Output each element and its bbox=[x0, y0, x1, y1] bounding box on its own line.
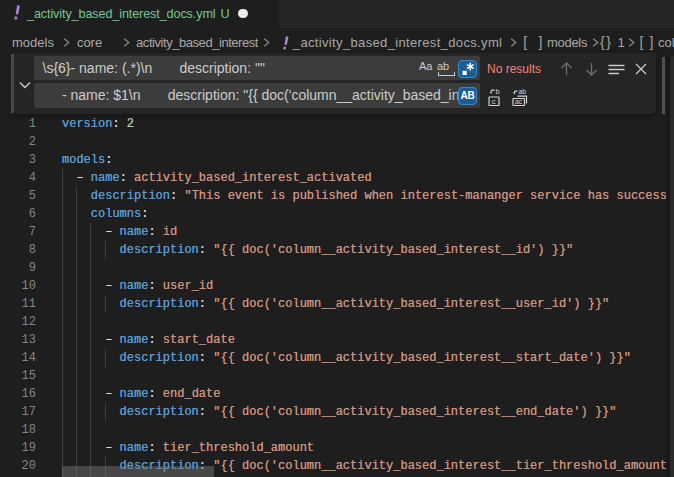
svg-text:c: c bbox=[492, 97, 496, 106]
svg-text:b: b bbox=[496, 88, 500, 96]
svg-text:ac: ac bbox=[515, 98, 523, 105]
svg-text:ab: ab bbox=[518, 88, 526, 95]
